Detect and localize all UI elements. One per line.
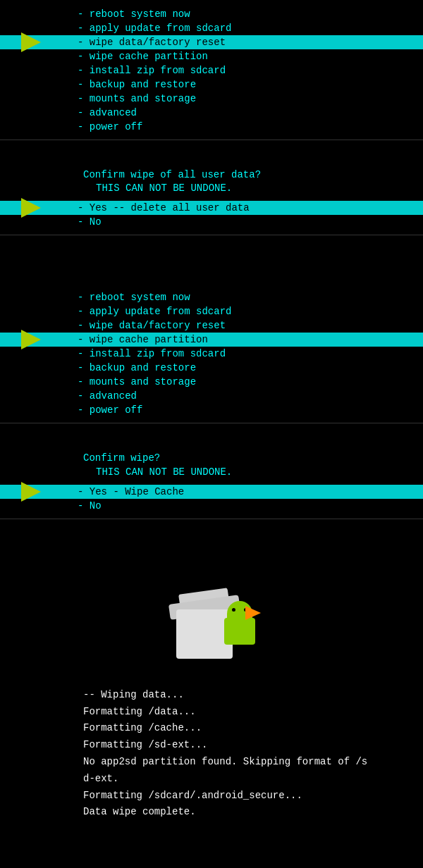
menu-item-label: - mounts and storage bbox=[78, 93, 196, 104]
menu-item-label: - advanced bbox=[78, 390, 137, 402]
menu2-item-3[interactable]: - wipe cache partition bbox=[0, 333, 423, 347]
confirm1-text: Confirm wipe of all user data? THIS CAN … bbox=[0, 153, 423, 201]
option-label: - No bbox=[78, 216, 102, 228]
confirm2-warning: THIS CAN NOT BE UNDONE. bbox=[83, 466, 423, 478]
menu1-item-3[interactable]: - wipe cache partition bbox=[0, 49, 423, 63]
log-output: -- Wiping data...Formatting /data...Form… bbox=[83, 687, 423, 821]
confirm2-title: Confirm wipe? bbox=[83, 450, 423, 466]
confirm1-option-1[interactable]: - No bbox=[0, 215, 423, 229]
menu-item-label: - reboot system now bbox=[78, 8, 190, 20]
menu-item-label: - wipe cache partition bbox=[78, 51, 208, 62]
log-line-7: Data wipe complete. bbox=[83, 804, 423, 821]
menu2-item-7[interactable]: - advanced bbox=[0, 389, 423, 403]
menu1-item-8[interactable]: - power off bbox=[0, 120, 423, 134]
divider-2 bbox=[0, 235, 423, 235]
menu-item-label: - mounts and storage bbox=[78, 376, 196, 388]
android-body bbox=[224, 618, 255, 645]
android-animation bbox=[0, 525, 423, 673]
menu2-item-1[interactable]: - apply update from sdcard bbox=[0, 304, 423, 318]
option-label: - No bbox=[78, 500, 102, 512]
menu2-item-0[interactable]: - reboot system now bbox=[0, 290, 423, 304]
divider-1 bbox=[0, 140, 423, 140]
menu1-item-7[interactable]: - advanced bbox=[0, 106, 423, 120]
menu1-item-1[interactable]: - apply update from sdcard bbox=[0, 21, 423, 35]
log-line-3: Formatting /sd-ext... bbox=[83, 737, 423, 754]
android-eye-left bbox=[232, 608, 235, 612]
log-line-2: Formatting /cache... bbox=[83, 720, 423, 737]
menu-item-label: - backup and restore bbox=[78, 79, 196, 90]
confirm1-section: Confirm wipe of all user data? THIS CAN … bbox=[0, 146, 423, 235]
log-section: -- Wiping data...Formatting /data...Form… bbox=[0, 673, 423, 828]
log-line-0: -- Wiping data... bbox=[83, 687, 423, 704]
confirm1-option-0[interactable]: - Yes -- delete all user data bbox=[0, 201, 423, 215]
menu2-item-8[interactable]: - power off bbox=[0, 403, 423, 417]
menu-list-1: - reboot system now- apply update from s… bbox=[0, 7, 423, 134]
menu-item-label: - wipe data/factory reset bbox=[78, 320, 226, 331]
menu1-item-6[interactable]: - mounts and storage bbox=[0, 92, 423, 106]
menu2-item-5[interactable]: - backup and restore bbox=[0, 361, 423, 375]
confirm1-options: - Yes -- delete all user data- No bbox=[0, 201, 423, 229]
animation-arrow bbox=[245, 606, 261, 620]
menu-item-label: - backup and restore bbox=[78, 362, 196, 373]
menu-item-label: - install zip from sdcard bbox=[78, 65, 226, 76]
menu2-item-2[interactable]: - wipe data/factory reset bbox=[0, 318, 423, 333]
menu-item-label: - power off bbox=[78, 121, 142, 132]
menu1-item-0[interactable]: - reboot system now bbox=[0, 7, 423, 21]
option-label: - Yes - Wipe Cache bbox=[78, 486, 184, 497]
divider-3 bbox=[0, 423, 423, 423]
log-line-5: d-ext. bbox=[83, 771, 423, 788]
menu-item-label: - wipe cache partition bbox=[78, 334, 208, 345]
log-line-6: Formatting /sdcard/.android_secure... bbox=[83, 788, 423, 805]
menu1-item-4[interactable]: - install zip from sdcard bbox=[0, 63, 423, 78]
confirm2-option-1[interactable]: - No bbox=[0, 499, 423, 513]
confirm2-section: Confirm wipe? THIS CAN NOT BE UNDONE. - … bbox=[0, 429, 423, 519]
confirm2-text: Confirm wipe? THIS CAN NOT BE UNDONE. bbox=[0, 436, 423, 484]
menu2-item-4[interactable]: - install zip from sdcard bbox=[0, 347, 423, 361]
menu-item-label: - wipe data/factory reset bbox=[78, 37, 226, 48]
screen1-menu: - reboot system now- apply update from s… bbox=[0, 0, 423, 140]
menu2-item-6[interactable]: - mounts and storage bbox=[0, 375, 423, 389]
confirm1-warning: THIS CAN NOT BE UNDONE. bbox=[83, 182, 423, 194]
confirm1-title: Confirm wipe of all user data? bbox=[83, 167, 423, 182]
screen2-menu: - reboot system now- apply update from s… bbox=[0, 241, 423, 423]
android-robot bbox=[162, 567, 261, 659]
menu-item-label: - apply update from sdcard bbox=[78, 23, 231, 34]
log-line-4: No app2sd partition found. Skipping form… bbox=[83, 754, 423, 771]
menu1-item-2[interactable]: - wipe data/factory reset bbox=[0, 35, 423, 49]
divider-4 bbox=[0, 519, 423, 519]
menu-item-label: - apply update from sdcard bbox=[78, 306, 231, 317]
menu-item-label: - reboot system now bbox=[78, 292, 190, 303]
menu-item-label: - advanced bbox=[78, 107, 137, 118]
option-label: - Yes -- delete all user data bbox=[78, 202, 250, 213]
menu-item-label: - power off bbox=[78, 404, 142, 416]
log-line-1: Formatting /data... bbox=[83, 704, 423, 721]
confirm2-option-0[interactable]: - Yes - Wipe Cache bbox=[0, 485, 423, 499]
menu-item-label: - install zip from sdcard bbox=[78, 348, 226, 359]
confirm2-options: - Yes - Wipe Cache- No bbox=[0, 485, 423, 513]
menu1-item-5[interactable]: - backup and restore bbox=[0, 78, 423, 92]
menu-list-2: - reboot system now- apply update from s… bbox=[0, 290, 423, 417]
